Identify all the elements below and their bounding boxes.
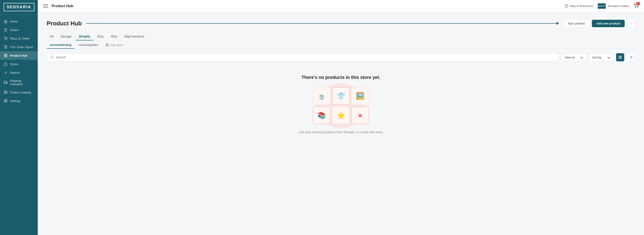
sort-by-label: Sort by [592, 56, 601, 59]
stores-icon [4, 62, 8, 66]
svg-rect-8 [4, 56, 6, 57]
topbar-title: Product Hub [52, 4, 561, 8]
svg-point-20 [638, 7, 638, 8]
view-by-button[interactable]: View by [561, 54, 586, 61]
header-actions: Sync product Add new product ⋮ [563, 19, 635, 28]
guides-label: Sensaria Guides [608, 4, 629, 8]
platform-tabs: All Storage Shopify Etsy Woo BigCommerce [47, 33, 635, 40]
topbar-actions: Help & Resources SENSARIA Sensaria Guide… [565, 3, 638, 9]
cart-button[interactable]: 1 [634, 3, 638, 9]
view-by-label: View by [565, 56, 575, 59]
sort-by-button[interactable]: Sort by [589, 54, 614, 61]
add-new-product-button[interactable]: Add new product [592, 20, 625, 27]
arrow-decoration [86, 23, 558, 24]
product-hub-icon [4, 54, 8, 58]
sidebar-item-shipping-label: Shipping Calculator [10, 79, 34, 86]
sidebar-item-reports[interactable]: Reports [0, 68, 38, 77]
list-view-button[interactable] [627, 53, 635, 61]
place-order-icon [4, 36, 8, 40]
sidebar-item-settings[interactable]: Settings [0, 96, 38, 105]
sidebar-item-product-catalog[interactable]: Product Catalog [0, 88, 38, 96]
page-content: Product Hub Sync product Add new product… [38, 12, 644, 235]
svg-rect-12 [4, 81, 6, 83]
store-tab-sensariaguides[interactable]: sensariaguides [75, 41, 101, 49]
help-resources-link[interactable]: Help & Resources [565, 4, 593, 8]
illustration-card-tshirt: 👕 [332, 87, 350, 105]
store-tabs: sensariatesting sensariaguides Add Store [47, 41, 635, 49]
sidebar-item-place-order-label: Place an Order [10, 37, 30, 40]
sidebar-item-csv-import[interactable]: CSV Order Import [0, 43, 38, 51]
add-store-tab[interactable]: Add Store [102, 41, 126, 48]
sidebar-item-reports-label: Reports [10, 71, 20, 74]
illustration-card-frame: 🖼️ [352, 87, 369, 105]
tab-etsy[interactable]: Etsy [94, 33, 107, 40]
sidebar-item-orders[interactable]: Orders [0, 26, 38, 34]
sidebar: SENSARIA Home Orders Place an Order CSV [0, 0, 38, 235]
sidebar-item-place-order[interactable]: Place an Order [0, 34, 38, 43]
search-input[interactable] [56, 56, 555, 59]
search-box [47, 53, 558, 61]
svg-rect-6 [6, 54, 7, 55]
sidebar-item-shipping-calculator[interactable]: Shipping Calculator [0, 77, 38, 88]
sidebar-item-stores[interactable]: Stores [0, 60, 38, 68]
empty-state-subtitle: Link your existing products from Shopify… [298, 130, 383, 134]
svg-rect-28 [620, 56, 622, 57]
reports-icon [4, 70, 8, 74]
tab-shopify[interactable]: Shopify [76, 33, 94, 40]
svg-rect-27 [619, 56, 620, 57]
sidebar-item-settings-label: Settings [10, 99, 20, 103]
svg-point-25 [50, 56, 53, 58]
more-options-button[interactable]: ⋮ [627, 19, 635, 28]
sidebar-item-catalog-label: Product Catalog [10, 91, 31, 94]
catalog-icon [4, 90, 8, 94]
svg-point-14 [4, 83, 5, 84]
svg-rect-7 [6, 56, 7, 57]
illustration-card-pillow: 📚 [313, 106, 330, 124]
csv-icon [4, 45, 8, 49]
svg-point-1 [5, 40, 5, 40]
svg-rect-22 [108, 44, 108, 45]
sidebar-item-orders-label: Orders [10, 28, 19, 32]
sidebar-item-product-hub[interactable]: Product Hub [0, 51, 38, 60]
home-icon [4, 19, 8, 23]
svg-marker-13 [6, 82, 8, 83]
svg-point-16 [5, 100, 6, 101]
svg-rect-29 [620, 58, 622, 59]
svg-rect-30 [619, 58, 620, 59]
logo-container: SENSARIA [0, 0, 38, 14]
page-header: Product Hub Sync product Add new product… [47, 19, 635, 28]
main-area: Product Hub Help & Resources SENSARIA Se… [38, 0, 644, 235]
chevron-down-icon [580, 55, 583, 58]
tab-bigcommerce[interactable]: BigCommerce [121, 33, 148, 40]
shipping-icon [4, 80, 8, 84]
tab-all[interactable]: All [47, 33, 57, 40]
tab-woo[interactable]: Woo [108, 33, 120, 40]
search-icon [50, 56, 54, 59]
svg-rect-23 [108, 45, 108, 46]
illustration-card-star: ⭐ [332, 106, 350, 124]
menu-toggle-button[interactable] [43, 4, 48, 8]
cart-count-badge: 1 [636, 2, 640, 6]
sensaria-guides-logo: SENSARIA [598, 3, 606, 9]
svg-point-19 [635, 7, 636, 8]
help-label: Help & Resources [570, 4, 593, 8]
tab-storage[interactable]: Storage [58, 33, 75, 40]
grid-view-button[interactable] [616, 53, 624, 61]
empty-state-title: There's no products in this store yet. [302, 75, 380, 80]
sensaria-guides-link[interactable]: SENSARIA Sensaria Guides [598, 3, 629, 9]
svg-point-2 [7, 40, 7, 40]
sidebar-nav: Home Orders Place an Order CSV Order Imp… [0, 14, 38, 235]
chevron-down-icon [607, 55, 610, 58]
orders-icon [4, 28, 8, 32]
svg-rect-21 [106, 44, 107, 45]
header-arrow [86, 23, 558, 24]
sync-product-button[interactable]: Sync product [563, 20, 590, 28]
svg-line-26 [52, 58, 53, 59]
sidebar-item-stores-label: Stores [10, 62, 18, 66]
store-tab-sensariatesting[interactable]: sensariatesting [47, 41, 74, 49]
svg-rect-0 [5, 28, 6, 29]
sidebar-item-product-hub-label: Product Hub [10, 54, 28, 57]
page-title: Product Hub [47, 20, 82, 27]
svg-rect-24 [106, 45, 107, 46]
sidebar-item-home[interactable]: Home [0, 17, 38, 26]
